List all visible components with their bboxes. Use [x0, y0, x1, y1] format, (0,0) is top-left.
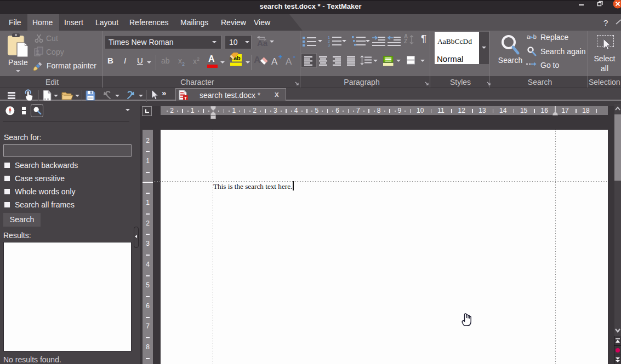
svg-text:2: 2 — [328, 39, 330, 43]
svg-text:T: T — [184, 96, 187, 101]
svg-text:3: 3 — [328, 43, 330, 47]
svg-text:1: 1 — [328, 36, 330, 39]
